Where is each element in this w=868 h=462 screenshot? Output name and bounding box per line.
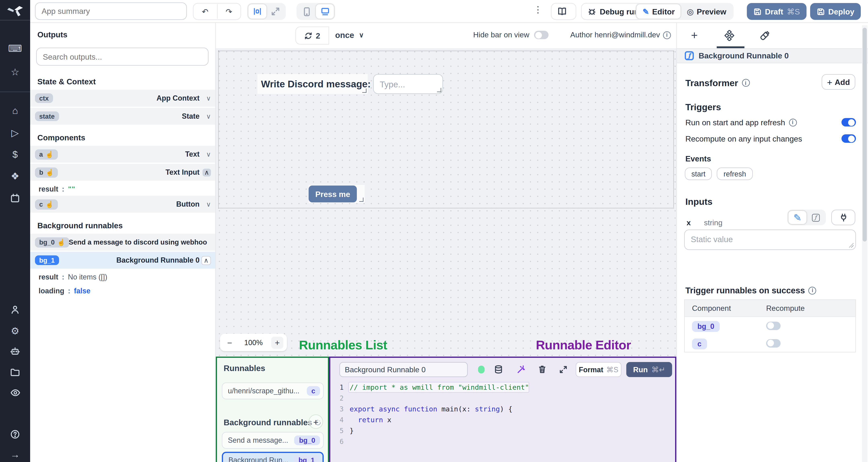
event-pill[interactable]: refresh [717,167,753,180]
undo-button[interactable]: ↶ [193,4,217,19]
output-row[interactable]: stateState∨ [30,108,215,125]
search-outputs-input[interactable] [36,47,209,66]
fullscreen-icon[interactable] [267,4,284,19]
component-id-badge[interactable]: bg_1 [35,255,59,265]
resources-cubes-icon[interactable]: ❖ [0,168,30,184]
add-runnable-button[interactable]: + [309,415,323,429]
chevron-down-icon[interactable]: ∨ [206,94,211,102]
more-menu-icon[interactable]: ⋮ [533,4,542,15]
textinput-widget[interactable]: Type... [373,74,443,94]
windmill-logo-icon[interactable] [6,4,24,18]
audit-eye-icon[interactable] [0,385,30,401]
zoom-out-button[interactable]: − [224,336,236,349]
info-icon[interactable]: i [663,31,671,39]
press-me-button[interactable]: Press me [309,186,357,202]
settings-gear-icon[interactable]: ⚙ [0,323,30,338]
run-button[interactable]: Run ⌘↵ [626,362,672,377]
schedule-dropdown[interactable]: once ∨ [335,31,364,40]
code-line[interactable]: 6 [330,436,675,447]
add-transformer-button[interactable]: + Add [822,74,855,90]
code-line[interactable]: 3export async function main(x: string) { [330,403,675,415]
trigger-toggle[interactable] [841,118,856,127]
output-row[interactable]: bg_0☝Send a message to discord using web… [30,234,215,251]
schedules-calendar-icon[interactable] [0,190,30,206]
expand-icon[interactable] [556,363,569,376]
text-widget[interactable]: Write Discord message: [257,74,368,94]
deploy-button[interactable]: Deploy [810,3,861,20]
recompute-toggle[interactable] [766,339,781,348]
code-line[interactable]: 5} [330,425,675,436]
output-row[interactable]: c☝Button∨ [30,196,215,212]
redo-button[interactable]: ↷ [217,4,241,19]
scrollbar[interactable] [862,25,867,462]
component-id-badge[interactable]: ctx [35,93,53,103]
info-icon[interactable]: i [808,287,816,294]
home-icon[interactable]: ⌂ [0,103,30,119]
collapse-arrow-icon[interactable]: → [0,447,30,462]
runnable-name-input[interactable] [339,362,468,377]
chevron-down-icon[interactable]: ∨ [206,200,211,208]
component-id-badge[interactable]: c☝ [35,199,58,209]
chevron-up-icon[interactable]: ∧ [201,256,211,265]
connect-plug-icon[interactable] [831,209,855,225]
delete-trash-icon[interactable] [535,363,549,376]
event-pill[interactable]: start [685,167,712,180]
scrollbar-thumb[interactable] [863,28,867,241]
code-line[interactable]: 1// import * as wmill from "windmill-cli… [330,382,675,393]
code-line[interactable]: 2 [330,393,675,403]
static-value-textarea[interactable]: Static value [684,230,856,250]
variables-dollar-icon[interactable]: $ [0,147,30,163]
resize-handle[interactable] [359,198,364,202]
insert-component-tab[interactable]: + [684,25,705,46]
output-row[interactable]: bg_1Background Runnable 0∧ [30,252,215,269]
refresh-app-button[interactable]: 2 [296,27,329,44]
component-id-badge[interactable]: a☝ [35,149,58,159]
chevron-down-icon[interactable]: ∨ [206,112,211,120]
textarea-resize-handle[interactable] [849,243,854,248]
component-settings-tab[interactable] [719,25,740,46]
format-button[interactable]: Format ⌘S [576,362,621,377]
favorites-star-icon[interactable]: ☆ [0,64,30,79]
info-icon[interactable]: i [789,119,797,126]
folders-icon[interactable] [0,364,30,380]
canvas-grid[interactable]: Write Discord message: Type... Press me … [216,48,676,462]
user-icon[interactable] [0,302,30,318]
component-id-badge[interactable]: b☝ [35,167,58,177]
tab-editor[interactable]: ✎ Editor [637,4,681,19]
apps-icon[interactable]: ⌨ [0,40,30,56]
code-editor[interactable]: 1// import * as wmill from "windmill-cli… [330,382,675,462]
desktop-device-icon[interactable] [316,4,334,19]
center-layout-icon[interactable] [248,4,267,19]
runnable-list-item[interactable]: u/henri/scrape_githu...c [222,383,324,399]
chevron-down-icon[interactable]: ∨ [206,151,211,158]
component-id-badge[interactable]: bg_0☝ [35,237,69,248]
eval-mode-icon[interactable]: ƒ [807,211,825,224]
resize-handle[interactable] [437,88,441,92]
output-row[interactable]: b☝Text Input∧ [30,164,215,181]
output-row[interactable]: ctxApp Context∨ [30,90,215,107]
mobile-device-icon[interactable] [298,4,316,19]
tab-preview[interactable]: ◎ Preview [681,4,733,19]
runs-play-icon[interactable]: ▷ [0,125,30,140]
recompute-toggle[interactable] [766,322,781,330]
ai-wand-icon[interactable] [514,363,527,376]
app-summary-input[interactable] [35,2,187,20]
trigger-toggle[interactable] [841,134,856,143]
styling-tab[interactable] [754,25,775,46]
info-icon[interactable]: i [742,79,750,87]
workers-robot-icon[interactable] [0,343,30,359]
runnable-list-item[interactable]: Background Run...bg_1 [222,452,324,462]
runnable-list-item[interactable]: Send a message...bg_0 [222,432,324,449]
component-id-badge[interactable]: state [35,111,59,121]
resize-handle[interactable] [362,89,367,93]
zoom-in-button[interactable]: + [271,336,283,349]
output-row[interactable]: a☝Text∨ [30,146,215,163]
chevron-up-icon[interactable]: ∧ [203,168,211,176]
code-line[interactable]: 4 return x [330,415,675,425]
database-icon[interactable] [492,363,505,376]
save-draft-button[interactable]: Draft ⌘S [747,3,807,20]
static-mode-pen-icon[interactable]: ✎ [788,211,807,224]
docs-book-icon[interactable] [551,3,576,20]
hide-bar-toggle[interactable] [534,31,549,39]
help-icon[interactable] [0,426,30,442]
